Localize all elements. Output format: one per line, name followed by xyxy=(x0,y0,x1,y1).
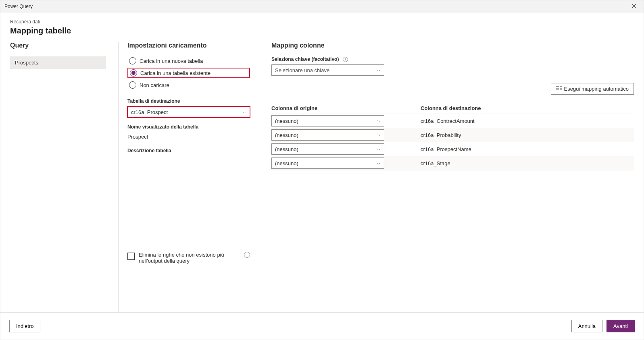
select-key-dropdown[interactable]: Selezionare una chiave xyxy=(271,64,384,76)
destination-table-label: Tabella di destinazione xyxy=(127,98,250,104)
radio-load-new-table[interactable]: Carica in una nuova tabella xyxy=(127,56,250,65)
radio-load-existing-table[interactable]: Carica in una tabella esistente xyxy=(127,68,250,78)
chevron-down-icon xyxy=(377,147,381,151)
destination-table-value: cr16a_Prospect xyxy=(131,109,168,115)
delete-missing-rows-label: Elimina le righe che non esistono più ne… xyxy=(139,252,238,264)
column-mapping-title: Mapping colonne xyxy=(271,42,634,49)
page-title: Mapping tabelle xyxy=(10,26,634,35)
footer: Indietro Annulla Avanti xyxy=(0,312,644,340)
select-key-label-row: Seleziona chiave (facoltativo) i xyxy=(271,56,634,62)
source-column-value: (nessuno) xyxy=(275,118,298,124)
destination-column-value: cr16a_ProspectName xyxy=(421,146,634,152)
cancel-button[interactable]: Annulla xyxy=(571,320,602,332)
radio-label: Non caricare xyxy=(140,82,169,88)
delete-missing-rows-checkbox[interactable] xyxy=(127,253,135,260)
display-name-value: Prospect xyxy=(127,134,250,140)
radio-icon xyxy=(130,69,137,77)
radio-label: Carica in una tabella esistente xyxy=(140,70,210,76)
info-icon[interactable]: i xyxy=(244,252,250,258)
delete-missing-rows-option: Elimina le righe che non esistono più ne… xyxy=(127,252,250,264)
display-name-label: Nome visualizzato della tabella xyxy=(127,124,250,130)
query-panel-title: Query xyxy=(10,42,106,49)
auto-map-button[interactable]: Esegui mapping automatico xyxy=(551,83,634,95)
mapping-row: (nessuno) cr16a_Probability xyxy=(271,128,634,142)
source-column-select[interactable]: (nessuno) xyxy=(271,115,384,126)
titlebar-title: Power Query xyxy=(4,4,33,9)
destination-column-value: cr16a_ContractAmount xyxy=(421,118,634,124)
header-source-column: Colonna di origine xyxy=(271,105,421,111)
query-item-prospects[interactable]: Prospects xyxy=(10,56,106,69)
radio-do-not-load[interactable]: Non caricare xyxy=(127,81,250,89)
breadcrumb: Recupera dati xyxy=(10,19,634,25)
header-destination-column: Colonna di destinazione xyxy=(421,105,634,111)
load-settings-title: Impostazioni caricamento xyxy=(127,42,250,49)
source-column-select[interactable]: (nessuno) xyxy=(271,143,384,155)
radio-label: Carica in una nuova tabella xyxy=(140,58,203,64)
query-panel: Query Prospects xyxy=(10,42,118,312)
mapping-row: (nessuno) cr16a_ProspectName xyxy=(271,142,634,156)
back-button[interactable]: Indietro xyxy=(9,320,40,332)
auto-map-label: Esegui mapping automatico xyxy=(564,86,629,92)
column-mapping-panel: Mapping colonne Seleziona chiave (facolt… xyxy=(259,42,634,312)
info-icon[interactable]: i xyxy=(343,57,348,62)
radio-icon xyxy=(129,57,136,64)
titlebar: Power Query xyxy=(0,0,644,12)
destination-column-value: cr16a_Probability xyxy=(421,132,634,138)
chevron-down-icon xyxy=(377,133,381,137)
table-description-label: Descrizione tabella xyxy=(127,148,250,153)
body: Query Prospects Impostazioni caricamento… xyxy=(0,39,644,312)
page-header: Recupera dati Mapping tabelle xyxy=(0,12,644,39)
load-settings-panel: Impostazioni caricamento Carica in una n… xyxy=(118,42,259,312)
destination-table-select[interactable]: cr16a_Prospect xyxy=(127,106,250,118)
chevron-down-icon xyxy=(377,68,381,73)
power-query-dialog: Power Query Recupera dati Mapping tabell… xyxy=(0,0,644,340)
mapping-table-header: Colonna di origine Colonna di destinazio… xyxy=(271,103,634,114)
close-icon[interactable] xyxy=(628,1,640,11)
auto-map-icon xyxy=(556,86,562,92)
next-button[interactable]: Avanti xyxy=(606,320,635,332)
source-column-value: (nessuno) xyxy=(275,160,298,166)
chevron-down-icon xyxy=(377,118,381,123)
source-column-select[interactable]: (nessuno) xyxy=(271,158,384,169)
source-column-select[interactable]: (nessuno) xyxy=(271,129,384,141)
auto-map-row: Esegui mapping automatico xyxy=(271,83,634,95)
chevron-down-icon xyxy=(377,161,381,166)
radio-icon xyxy=(129,81,136,89)
mapping-row: (nessuno) cr16a_Stage xyxy=(271,156,634,170)
mapping-row: (nessuno) cr16a_ContractAmount xyxy=(271,114,634,128)
chevron-down-icon xyxy=(242,110,246,114)
select-key-label: Seleziona chiave (facoltativo) xyxy=(271,56,339,62)
select-key-placeholder: Selezionare una chiave xyxy=(275,67,329,73)
destination-column-value: cr16a_Stage xyxy=(421,160,634,166)
source-column-value: (nessuno) xyxy=(275,146,298,152)
source-column-value: (nessuno) xyxy=(275,132,298,138)
